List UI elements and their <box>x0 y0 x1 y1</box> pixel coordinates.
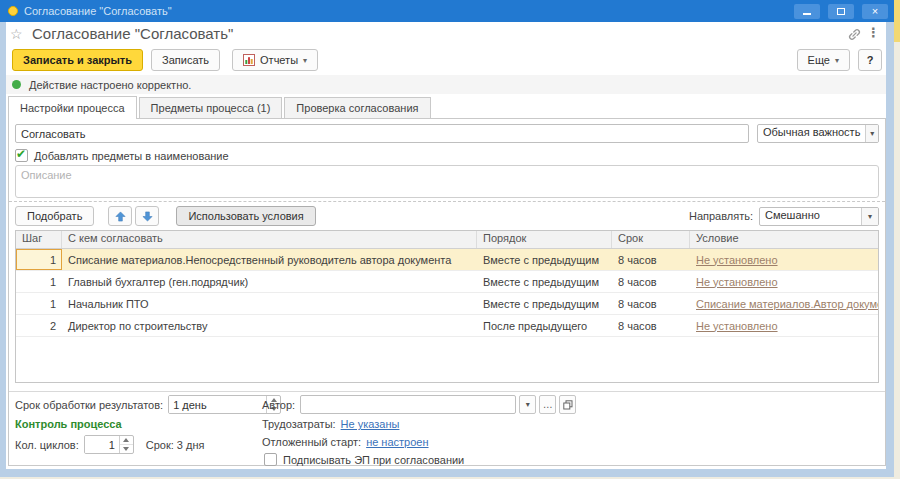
reports-icon <box>243 54 255 66</box>
cell-step[interactable]: 1 <box>16 293 62 314</box>
processing-term-input[interactable] <box>169 396 266 413</box>
description-textarea[interactable] <box>15 165 879 198</box>
save-and-close-button[interactable]: Записать и закрыть <box>12 49 143 71</box>
minimize-icon <box>803 13 811 15</box>
maximize-icon <box>837 8 845 15</box>
move-down-button[interactable] <box>135 206 159 226</box>
add-subjects-row: ✔ Добавлять предметы в наименование <box>15 148 229 163</box>
add-subjects-label: Добавлять предметы в наименование <box>34 150 229 162</box>
delayed-start-link[interactable]: не настроен <box>366 436 428 448</box>
labor-row: Трудозатраты: Не указаны <box>262 418 399 430</box>
chevron-down-icon[interactable]: ▾ <box>861 208 878 225</box>
status-ok-icon <box>12 80 21 89</box>
cycles-term-text: Срок: 3 дня <box>146 439 205 451</box>
minimize-button[interactable] <box>794 4 820 19</box>
cell-approver[interactable]: Начальник ПТО <box>62 293 477 314</box>
route-select[interactable]: Смешанно ▾ <box>759 207 879 226</box>
importance-value: Обычная важность <box>758 125 865 142</box>
table-header: Шаг С кем согласовать Порядок Срок Услов… <box>16 231 878 249</box>
condition-link[interactable]: Не установлено <box>696 254 778 266</box>
reports-label: Отчеты <box>260 54 298 66</box>
col-order[interactable]: Порядок <box>477 231 612 248</box>
cell-approver[interactable]: Списание материалов.Непосредственный рук… <box>62 249 477 270</box>
col-step[interactable]: Шаг <box>16 231 62 248</box>
cell-term[interactable]: 8 часов <box>612 249 690 270</box>
footer-panel: Срок обработки результатов: Автор: <box>9 391 885 465</box>
col-term[interactable]: Срок <box>612 231 690 248</box>
condition-link[interactable]: Не установлено <box>696 320 778 332</box>
add-subjects-checkbox[interactable]: ✔ <box>15 149 28 162</box>
table-row[interactable]: 1 Начальник ПТО Вместе с предыдущим 8 ча… <box>16 293 878 315</box>
use-conditions-button[interactable]: Использовать условия <box>176 206 315 226</box>
tab-approval-check[interactable]: Проверка согласования <box>284 97 430 119</box>
cell-step[interactable]: 1 <box>16 271 62 292</box>
window-controls: × <box>794 4 888 19</box>
col-approver[interactable]: С кем согласовать <box>62 231 477 248</box>
cell-order[interactable]: Вместе с предыдущим <box>477 293 612 314</box>
cell-term[interactable]: 8 часов <box>612 315 690 336</box>
arrow-up-icon <box>115 211 126 222</box>
group-separator <box>9 201 885 202</box>
condition-link[interactable]: Не установлено <box>696 276 778 288</box>
delayed-start-row: Отложенный старт: не настроен <box>262 436 429 448</box>
spin-up-icon[interactable] <box>120 436 133 444</box>
author-row: Автор: ▾ … <box>262 395 576 414</box>
cell-order[interactable]: Вместе с предыдущим <box>477 249 612 270</box>
author-dropdown-button[interactable]: ▾ <box>519 395 536 414</box>
get-link-icon[interactable] <box>847 27 862 46</box>
tab-process-subjects[interactable]: Предметы процесса (1) <box>139 97 283 119</box>
steps-table: Шаг С кем согласовать Порядок Срок Услов… <box>15 230 879 383</box>
status-message: Действие настроено корректно. <box>29 79 191 91</box>
labor-label: Трудозатраты: <box>262 418 336 430</box>
approval-window: Согласование "Согласовать" × ☆ Согласова… <box>0 0 894 477</box>
table-row[interactable]: 1 Главный бухгалтер (ген.подрядчик) Вмес… <box>16 271 878 293</box>
window-titlebar: Согласование "Согласовать" × <box>0 0 894 22</box>
cell-term[interactable]: 8 часов <box>612 293 690 314</box>
processing-term-label: Срок обработки результатов: <box>15 399 163 411</box>
form-header: ☆ Согласование "Согласовать" ⋮ <box>6 22 886 47</box>
cell-approver[interactable]: Директор по строительству <box>62 315 477 336</box>
tab-process-settings[interactable]: Настройки процесса <box>8 96 137 119</box>
sign-checkbox[interactable] <box>264 453 277 466</box>
author-choose-button[interactable]: … <box>539 395 556 414</box>
cell-term[interactable]: 8 часов <box>612 271 690 292</box>
move-up-button[interactable] <box>108 206 132 226</box>
more-actions-button[interactable]: Еще ▾ <box>797 49 850 71</box>
author-input[interactable] <box>300 395 516 414</box>
spinner <box>119 436 133 453</box>
checkmark-icon: ✔ <box>16 147 26 161</box>
spin-down-icon[interactable] <box>120 444 133 453</box>
importance-select[interactable]: Обычная важность ▾ <box>757 124 879 143</box>
labor-link[interactable]: Не указаны <box>341 418 400 430</box>
window-app-icon <box>8 6 18 16</box>
col-condition[interactable]: Условие <box>690 231 878 248</box>
cycles-input[interactable] <box>85 436 119 453</box>
cell-order[interactable]: После предыдущего <box>477 315 612 336</box>
close-icon: × <box>872 6 878 17</box>
sign-row: Подписывать ЭП при согласовании <box>264 453 464 466</box>
help-button[interactable]: ? <box>858 49 882 71</box>
cycles-row: Кол. циклов: Срок: 3 дня <box>15 435 205 454</box>
table-row[interactable]: 2 Директор по строительству После предыд… <box>16 315 878 337</box>
favorite-star-icon[interactable]: ☆ <box>10 26 23 42</box>
save-button[interactable]: Записать <box>151 49 220 71</box>
table-row[interactable]: 1 Списание материалов.Непосредственный р… <box>16 249 878 271</box>
command-bar-right: Еще ▾ ? <box>797 49 882 71</box>
reports-button[interactable]: Отчеты ▾ <box>232 49 318 71</box>
more-menu-icon[interactable]: ⋮ <box>867 25 880 40</box>
cell-step[interactable]: 1 <box>16 249 62 270</box>
delayed-start-label: Отложенный старт: <box>262 436 361 448</box>
route-group: Направлять: Смешанно ▾ <box>689 207 879 226</box>
cell-approver[interactable]: Главный бухгалтер (ген.подрядчик) <box>62 271 477 292</box>
maximize-button[interactable] <box>828 4 854 19</box>
cell-order[interactable]: Вместе с предыдущим <box>477 271 612 292</box>
chevron-down-icon[interactable]: ▾ <box>865 125 878 142</box>
pick-button[interactable]: Подобрать <box>15 206 94 226</box>
command-bar: Записать и закрыть Записать Отчеты ▾ Еще… <box>8 47 882 73</box>
condition-link[interactable]: Списание материалов.Автор документа не с… <box>696 298 878 310</box>
open-form-icon <box>563 400 573 410</box>
name-input[interactable] <box>15 124 749 143</box>
close-button[interactable]: × <box>862 4 888 19</box>
author-open-button[interactable] <box>559 395 576 414</box>
cell-step[interactable]: 2 <box>16 315 62 336</box>
